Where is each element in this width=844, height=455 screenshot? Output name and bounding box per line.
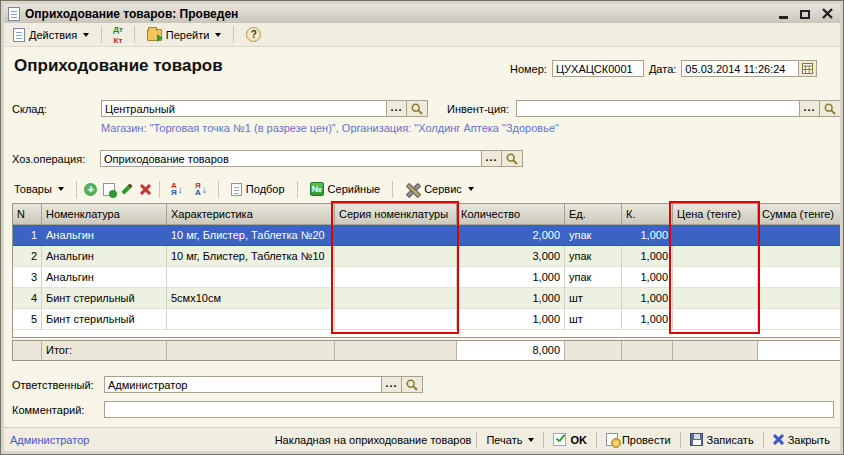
dt-kt-button[interactable]: Дт Кт: [108, 24, 128, 46]
total-empty-cell: [565, 341, 622, 360]
magnifier-icon: [411, 103, 423, 115]
print-label: Печать: [486, 434, 522, 446]
items-menu-button[interactable]: Товары: [8, 180, 70, 198]
add-row-button[interactable]: +: [83, 181, 99, 197]
help-button[interactable]: ?: [240, 24, 267, 45]
cell-nomenclature: Бинт стерильный: [42, 288, 167, 309]
total-sum-cell: [758, 341, 840, 360]
col-header-unit[interactable]: Ед.: [565, 204, 622, 225]
service-button[interactable]: Сервис: [399, 179, 480, 199]
cell-k: 1,000: [622, 267, 673, 288]
comment-field[interactable]: [104, 401, 834, 418]
pencil-icon: [121, 183, 132, 194]
warehouse-label: Склад:: [12, 103, 47, 115]
goto-button[interactable]: Перейти: [141, 26, 228, 44]
sort-asc-button[interactable]: АЯ ↓: [166, 181, 188, 197]
col-header-quantity[interactable]: Количество: [457, 204, 565, 225]
calendar-icon: [802, 63, 813, 74]
calendar-button[interactable]: [799, 60, 817, 77]
cell-nomenclature: Бинт стерильный: [42, 309, 167, 330]
bottom-bar: Администратор Накладная на оприходование…: [4, 427, 840, 451]
col-header-k[interactable]: К.: [622, 204, 673, 225]
maximize-button[interactable]: [798, 7, 812, 20]
actions-button[interactable]: Действия: [7, 25, 95, 45]
table-row[interactable]: 2 Анальгин 10 мг, Блистер, Таблетка №10 …: [13, 246, 841, 267]
items-toolbar: Товары + АЯ ↓ ЯА ↓: [8, 177, 480, 201]
document-type-text: Накладная на оприходование товаров: [275, 434, 472, 446]
col-header-sum[interactable]: Сумма (тенге): [758, 204, 840, 225]
form-area: Оприходование товаров Номер: Дата: Склад…: [4, 47, 840, 427]
tools-icon: [405, 182, 420, 196]
col-header-nomenclature[interactable]: Номенклатура: [42, 204, 167, 225]
table-row[interactable]: 4 Бинт стерильный 5смх10см 1,000 шт 1,00…: [13, 288, 841, 309]
current-user: Администратор: [10, 434, 89, 446]
pick-label: Подбор: [246, 183, 285, 195]
cell-unit: упак: [565, 267, 622, 288]
ok-button[interactable]: OK: [549, 431, 591, 448]
maximize-icon: [800, 10, 810, 19]
items-table: N Номенклатура Характеристика Серия номе…: [12, 203, 842, 338]
responsible-select-button[interactable]: ...: [382, 376, 402, 393]
dt-icon: Дт: [113, 26, 123, 33]
close-button[interactable]: [820, 7, 834, 20]
operation-field[interactable]: [100, 150, 482, 167]
comment-label: Комментарий:: [12, 404, 84, 416]
print-button[interactable]: Печать: [482, 432, 538, 448]
ok-label: OK: [570, 434, 587, 446]
close-form-button[interactable]: Закрыть: [769, 432, 834, 448]
responsible-field[interactable]: [104, 376, 382, 393]
table-row[interactable]: 1 Анальгин 10 мг, Блистер, Таблетка №20 …: [13, 225, 841, 246]
warehouse-hint: Магазин: "Торговая точка №1 (в разрезе ц…: [101, 122, 559, 134]
chevron-down-icon: [528, 438, 534, 442]
col-header-series[interactable]: Серия номенклатуры: [335, 204, 457, 225]
cell-k: 1,000: [622, 225, 673, 246]
chevron-down-icon: [83, 33, 89, 37]
table-header-row: N Номенклатура Характеристика Серия номе…: [13, 204, 841, 225]
warehouse-open-button[interactable]: [407, 100, 428, 117]
warehouse-select-button[interactable]: ...: [387, 100, 407, 117]
warehouse-field[interactable]: [101, 100, 387, 117]
title-bar: Оприходование товаров: Проведен: [4, 4, 840, 23]
cell-price: [673, 288, 758, 309]
operation-select-button[interactable]: ...: [482, 150, 502, 167]
date-field[interactable]: [681, 60, 799, 77]
cell-characteristic: [167, 267, 335, 288]
serial-number-icon: №: [310, 182, 324, 196]
table-row[interactable]: 5 Бинт стерильный 1,000 шт 1,000: [13, 309, 841, 330]
cell-characteristic: 5смх10см: [167, 288, 335, 309]
minimize-button[interactable]: [776, 7, 790, 20]
cell-n: 2: [13, 246, 42, 267]
save-button[interactable]: Записать: [686, 431, 758, 448]
close-x-icon: [773, 434, 784, 445]
col-header-characteristic[interactable]: Характеристика: [167, 204, 335, 225]
inventory-open-button[interactable]: [820, 100, 841, 117]
col-header-n[interactable]: N: [13, 204, 42, 225]
edit-row-button[interactable]: [119, 181, 135, 197]
post-button[interactable]: Провести: [602, 431, 675, 448]
inventory-select-button[interactable]: ...: [800, 100, 820, 117]
cell-quantity: 2,000: [457, 225, 565, 246]
responsible-open-button[interactable]: [402, 376, 423, 393]
main-toolbar: Действия Дт Кт Перейти ?: [4, 23, 840, 47]
window-title: Оприходование товаров: Проведен: [25, 7, 776, 21]
inventory-field[interactable]: [516, 100, 800, 117]
save-label: Записать: [707, 434, 754, 446]
operation-open-button[interactable]: [502, 150, 523, 167]
magnifier-icon: [824, 103, 836, 115]
number-field[interactable]: [552, 60, 644, 77]
table-row[interactable]: 3 Анальгин 1,000 упак 1,000: [13, 267, 841, 288]
delete-row-button[interactable]: [137, 181, 153, 197]
serial-button[interactable]: № Серийные: [304, 179, 387, 199]
post-label: Провести: [622, 434, 671, 446]
cell-n: 4: [13, 288, 42, 309]
date-label: Дата:: [649, 63, 676, 75]
total-empty-cell: [335, 341, 457, 360]
items-label: Товары: [14, 183, 52, 195]
cell-n: 5: [13, 309, 42, 330]
col-header-price[interactable]: Цена (тенге): [673, 204, 758, 225]
total-row: Итог: 8,000: [12, 340, 842, 361]
sort-desc-button[interactable]: ЯА ↓: [190, 181, 212, 197]
chevron-down-icon: [215, 33, 221, 37]
copy-row-button[interactable]: [101, 181, 117, 197]
pick-button[interactable]: Подбор: [225, 180, 291, 199]
